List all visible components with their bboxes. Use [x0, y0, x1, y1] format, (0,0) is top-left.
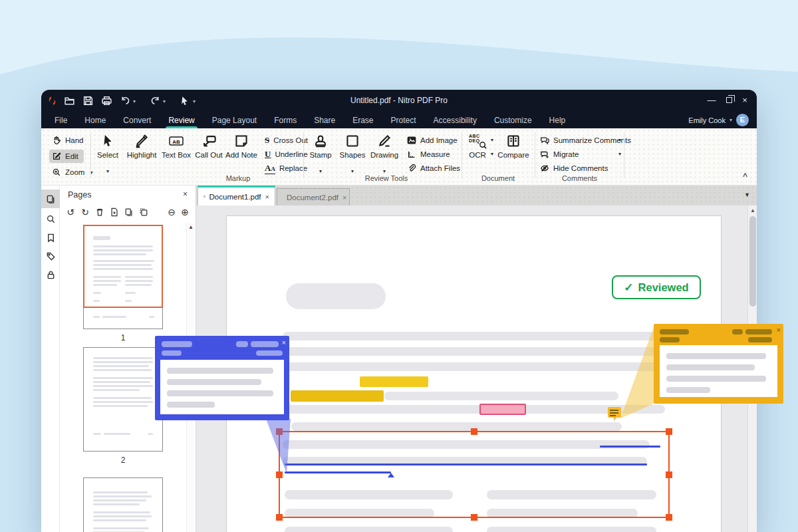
popup-meta-placeholder — [236, 341, 248, 347]
compare-button[interactable]: Compare — [495, 134, 532, 159]
close-button[interactable]: × — [737, 94, 753, 107]
hide-comments-button[interactable]: Hide Comments — [540, 163, 608, 174]
duplicate-page-icon[interactable] — [138, 207, 149, 217]
thumb-line — [93, 377, 153, 379]
highlight-annotation[interactable] — [360, 376, 428, 387]
call-out-label: Call Out — [195, 151, 223, 159]
pages-panel-toolbar: ↺ ↻ ⊖ ⊕ — [60, 204, 196, 221]
edit-tool-button[interactable]: Edit — [49, 150, 84, 163]
popup-close-icon[interactable]: × — [777, 326, 781, 334]
thumb-line — [93, 361, 153, 363]
comment-popup-yellow[interactable]: × — [654, 324, 783, 404]
selection-handle-ne[interactable] — [666, 428, 672, 435]
menu-customize[interactable]: Customize — [494, 116, 532, 125]
rectangle-annotation[interactable] — [479, 404, 526, 415]
replace-button[interactable]: AA Replace — [265, 163, 307, 174]
menu-accessibility[interactable]: Accessibility — [434, 116, 477, 125]
summarize-comments-button[interactable]: Summarize Comments — [540, 135, 631, 146]
user-dropdown-caret[interactable]: ▾ — [730, 117, 732, 123]
menu-convert[interactable]: Convert — [123, 116, 151, 125]
search-panel-button[interactable] — [41, 209, 60, 228]
menu-help[interactable]: Help — [549, 116, 566, 125]
page-thumbnail-1[interactable] — [83, 225, 163, 329]
security-panel-button[interactable] — [41, 265, 60, 284]
rotate-cw-icon[interactable]: ↻ — [80, 207, 90, 217]
selection-handle-s[interactable] — [471, 514, 477, 521]
zoom-out-thumbnails-icon[interactable]: ⊖ — [166, 207, 177, 217]
tab-document2-label: Document2.pdf — [287, 194, 338, 201]
add-note-button[interactable]: Add Note — [223, 134, 260, 159]
page-thumbnail-3[interactable] — [83, 477, 163, 532]
insert-page-icon[interactable] — [109, 207, 120, 217]
ocr-button[interactable]: ABC DEQ OCR — [459, 134, 496, 159]
cross-out-icon: S — [265, 135, 269, 146]
drawing-dropdown-caret[interactable]: ▾ — [366, 168, 403, 174]
menu-forms[interactable]: Forms — [274, 116, 297, 125]
user-account[interactable]: Emily Cook ▾ E — [688, 112, 749, 128]
tab-document2[interactable]: Document2.pdf × — [277, 188, 350, 205]
tab-document1-close-icon[interactable]: × — [265, 193, 269, 201]
add-image-button[interactable]: Add Image — [407, 135, 458, 146]
annotation-selection-box[interactable] — [279, 431, 670, 518]
comment-popup-blue[interactable]: × — [155, 336, 289, 420]
menu-protect[interactable]: Protect — [391, 116, 416, 125]
menu-file[interactable]: File — [55, 116, 67, 125]
visible-area-indicator[interactable] — [83, 225, 163, 308]
drawing-label: Drawing — [370, 151, 398, 159]
menu-page-layout[interactable]: Page Layout — [212, 116, 257, 125]
call-out-button[interactable]: Call Out — [190, 134, 227, 159]
select-button[interactable]: Select — [89, 134, 126, 159]
scroll-up-arrow-icon[interactable]: ▲ — [187, 224, 195, 230]
underline-button[interactable]: U Underline — [265, 149, 308, 160]
tab-document2-close-icon[interactable]: × — [342, 194, 346, 201]
selection-handle-se[interactable] — [666, 514, 672, 521]
rotate-ccw-icon[interactable]: ↺ — [65, 207, 76, 217]
selection-handle-n[interactable] — [471, 428, 477, 435]
pages-panel-button[interactable] — [41, 190, 60, 208]
popup-meta-placeholder — [745, 329, 772, 334]
thumb-line — [93, 491, 148, 493]
popup-body[interactable] — [160, 360, 284, 414]
highlight-annotation[interactable] — [291, 390, 384, 402]
delete-page-icon[interactable] — [94, 207, 105, 217]
menu-erase[interactable]: Erase — [352, 116, 373, 125]
text-box-button[interactable]: AB Text Box — [158, 134, 195, 159]
bookmarks-panel-button[interactable] — [41, 228, 60, 247]
copy-page-icon[interactable] — [124, 207, 134, 217]
attach-files-label: Attach Files — [420, 164, 460, 172]
migrate-button[interactable]: Migrate — [540, 149, 579, 160]
hand-tool-button[interactable]: Hand — [49, 134, 89, 147]
menu-home[interactable]: Home — [84, 116, 106, 125]
sticky-note-icon[interactable] — [607, 407, 622, 421]
scroll-up-arrow-icon[interactable]: ▲ — [748, 207, 757, 213]
underline-icon: U — [265, 149, 271, 160]
drawing-button[interactable]: Drawing — [366, 134, 403, 159]
tags-panel-button[interactable] — [41, 247, 60, 265]
restore-button[interactable] — [721, 94, 737, 107]
text-placeholder-line — [487, 527, 656, 532]
popup-body[interactable] — [660, 345, 777, 397]
tab-list-dropdown-icon[interactable]: ▼ — [744, 192, 750, 198]
popup-close-icon[interactable]: × — [282, 338, 286, 346]
selection-handle-nw[interactable] — [276, 428, 283, 435]
page-thumbnail-2[interactable] — [83, 347, 163, 452]
ribbon-collapse-button[interactable]: ^ — [743, 172, 747, 181]
menu-share[interactable]: Share — [314, 116, 335, 125]
summarize-dropdown-caret[interactable]: ▾ — [618, 137, 621, 143]
reviewed-stamp[interactable]: ✓ Reviewed — [612, 275, 701, 299]
tab-document1[interactable]: Document1.pdf × — [198, 186, 275, 205]
selection-handle-w[interactable] — [276, 471, 283, 478]
zoom-in-thumbnails-icon[interactable]: ⊕ — [180, 207, 190, 217]
migrate-dropdown-caret[interactable]: ▾ — [618, 151, 621, 157]
scrollbar-thumb[interactable] — [749, 216, 756, 307]
selection-handle-e[interactable] — [666, 471, 672, 478]
select-dropdown-caret[interactable]: ▾ — [89, 168, 126, 174]
highlight-button[interactable]: Highlight — [123, 134, 160, 159]
measure-button[interactable]: Measure — [407, 149, 450, 160]
attach-files-button[interactable]: Attach Files — [407, 163, 460, 174]
minimize-button[interactable]: — — [704, 94, 720, 107]
menu-review[interactable]: Review — [168, 116, 194, 125]
pages-panel-close-icon[interactable]: × — [183, 190, 188, 199]
avatar[interactable]: E — [736, 114, 749, 126]
selection-handle-sw[interactable] — [276, 514, 283, 521]
